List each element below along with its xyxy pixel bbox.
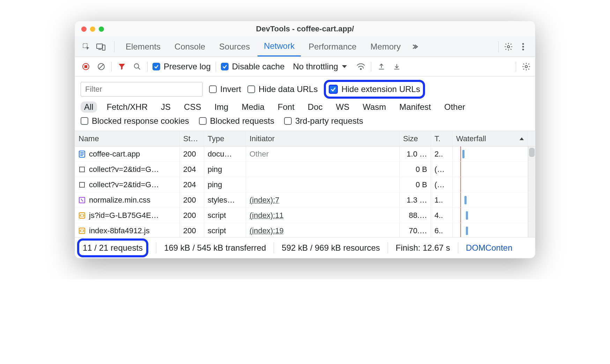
search-icon[interactable]: [132, 61, 142, 72]
chip-img[interactable]: Img: [211, 101, 232, 113]
hide-data-urls-label: Hide data URLs: [259, 84, 318, 94]
download-har-icon[interactable]: [392, 61, 402, 72]
blocked-requests-checkbox[interactable]: Blocked requests: [199, 116, 274, 126]
tab-memory[interactable]: Memory: [364, 37, 407, 56]
request-initiator: [246, 162, 400, 177]
device-toolbar-icon[interactable]: [96, 42, 106, 52]
clear-button[interactable]: [96, 61, 106, 72]
table-row[interactable]: normalize.min.css200styles…(index):71.3 …: [75, 192, 535, 208]
filter-input[interactable]: [81, 82, 203, 97]
chevron-down-icon: [342, 65, 347, 68]
resources-size: 592 kB / 969 kB resources: [282, 243, 380, 253]
chip-ws[interactable]: WS: [333, 101, 353, 113]
settings-icon[interactable]: [504, 42, 513, 52]
separator: [516, 62, 516, 71]
svg-point-6: [522, 48, 524, 50]
disable-cache-checkbox[interactable]: Disable cache: [221, 62, 285, 71]
kebab-menu-icon[interactable]: [518, 42, 528, 52]
hide-data-urls-checkbox[interactable]: Hide data URLs: [247, 84, 318, 94]
inspect-element-icon[interactable]: [81, 42, 91, 52]
network-settings-icon[interactable]: [521, 61, 531, 72]
col-status[interactable]: St…: [180, 131, 204, 146]
col-time[interactable]: T.: [431, 131, 453, 146]
request-time: (…: [431, 177, 453, 192]
request-initiator: [246, 177, 400, 192]
main-tab-strip: ElementsConsoleSourcesNetworkPerformance…: [75, 37, 535, 57]
more-tabs-button[interactable]: [408, 43, 420, 51]
request-size: 88.…: [400, 208, 431, 223]
scrollbar[interactable]: [528, 162, 535, 177]
table-row[interactable]: collect?v=2&tid=G…204ping0 B(…: [75, 162, 535, 177]
domcontentloaded-label: DOMConten: [466, 243, 512, 253]
chip-fetchxhr[interactable]: Fetch/XHR: [103, 101, 151, 113]
col-size[interactable]: Size: [400, 131, 431, 146]
svg-point-11: [360, 68, 361, 69]
request-size: 1.0 …: [400, 146, 431, 161]
request-initiator: (index):19: [246, 223, 400, 237]
col-initiator[interactable]: Initiator: [246, 131, 400, 146]
file-type-icon: [79, 212, 85, 219]
request-initiator: (index):11: [246, 208, 400, 223]
hide-extension-urls-checkbox[interactable]: Hide extension URLs: [329, 84, 420, 94]
tab-sources[interactable]: Sources: [213, 37, 256, 56]
table-row[interactable]: index-8bfa4912.js200script(index):1970.……: [75, 223, 535, 237]
sort-asc-icon: [519, 137, 524, 141]
throttling-label: No throttling: [293, 62, 338, 71]
preserve-log-checkbox[interactable]: Preserve log: [152, 62, 211, 71]
tab-network[interactable]: Network: [258, 37, 301, 56]
request-initiator: Other: [246, 146, 400, 161]
scrollbar[interactable]: [528, 146, 535, 161]
request-name: collect?v=2&tid=G…: [89, 165, 159, 174]
chip-doc[interactable]: Doc: [304, 101, 326, 113]
highlight-hide-extension-urls: Hide extension URLs: [324, 80, 425, 99]
tab-performance[interactable]: Performance: [302, 37, 363, 56]
request-status: 204: [180, 177, 204, 192]
svg-point-12: [525, 65, 528, 68]
scrollbar[interactable]: [528, 177, 535, 192]
chip-media[interactable]: Media: [238, 101, 268, 113]
chip-other[interactable]: Other: [441, 101, 469, 113]
svg-point-10: [134, 63, 139, 68]
waterfall-cell: [453, 192, 528, 207]
extra-filters: Blocked response cookies Blocked request…: [75, 113, 535, 131]
request-name: normalize.min.css: [89, 196, 150, 205]
request-type: script: [204, 208, 246, 223]
chip-font[interactable]: Font: [274, 101, 298, 113]
col-waterfall[interactable]: Waterfall: [453, 131, 528, 146]
invert-checkbox[interactable]: Invert: [209, 84, 241, 94]
transferred-size: 169 kB / 545 kB transferred: [164, 243, 266, 253]
svg-rect-15: [80, 182, 84, 187]
request-time: (…: [431, 162, 453, 177]
throttling-select[interactable]: No throttling: [289, 60, 350, 73]
scrollbar[interactable]: [528, 192, 535, 207]
request-name: index-8bfa4912.js: [89, 226, 150, 235]
scrollbar[interactable]: [528, 223, 535, 237]
network-conditions-icon[interactable]: [356, 61, 366, 72]
svg-rect-1: [97, 44, 103, 48]
record-button[interactable]: [81, 61, 91, 72]
chip-js[interactable]: JS: [157, 101, 174, 113]
table-row[interactable]: coffee-cart.app200docu…Other1.0 …2..: [75, 146, 535, 162]
chip-css[interactable]: CSS: [180, 101, 204, 113]
blocked-cookies-checkbox[interactable]: Blocked response cookies: [81, 116, 189, 126]
request-name: coffee-cart.app: [89, 150, 140, 159]
col-type[interactable]: Type: [204, 131, 246, 146]
table-row[interactable]: collect?v=2&tid=G…204ping0 B(…: [75, 177, 535, 192]
waterfall-cell: [453, 146, 528, 161]
chip-wasm[interactable]: Wasm: [359, 101, 389, 113]
separator: [371, 62, 371, 71]
table-row[interactable]: js?id=G-LB75G4E…200script(index):1188.…4…: [75, 208, 535, 223]
third-party-checkbox[interactable]: 3rd-party requests: [284, 116, 363, 126]
chip-manifest[interactable]: Manifest: [396, 101, 434, 113]
tab-console[interactable]: Console: [168, 37, 211, 56]
chip-all[interactable]: All: [81, 101, 97, 113]
file-type-icon: [79, 181, 85, 188]
col-name[interactable]: Name: [75, 131, 180, 146]
tab-elements[interactable]: Elements: [119, 37, 167, 56]
filter-icon[interactable]: [117, 61, 127, 72]
third-party-label: 3rd-party requests: [295, 116, 363, 126]
scrollbar[interactable]: [528, 208, 535, 223]
requests-count: 11 / 21 requests: [83, 243, 143, 253]
upload-har-icon[interactable]: [376, 61, 387, 72]
table-header: Name St… Type Initiator Size T. Waterfal…: [75, 131, 535, 146]
